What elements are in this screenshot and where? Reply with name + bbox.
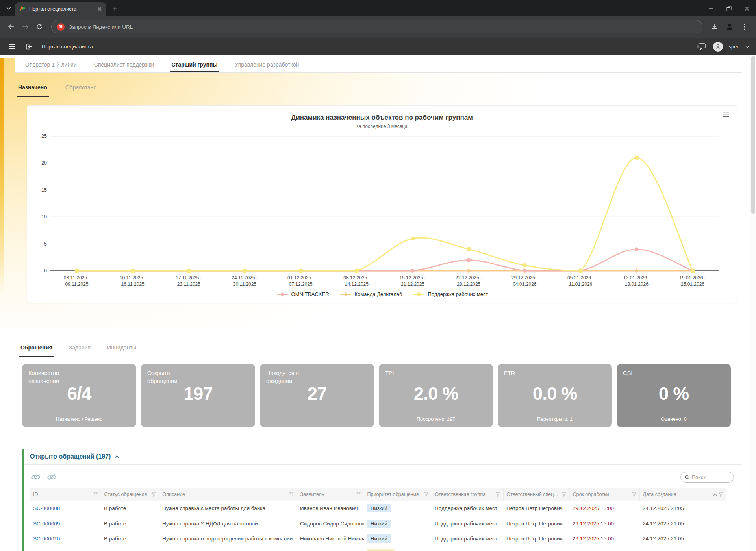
svg-text:5: 5	[44, 241, 47, 247]
main-tab-1[interactable]: Специалист поддержки	[93, 58, 156, 72]
group-cell: Поддержка рабочих мест	[432, 501, 503, 516]
tab-close-icon[interactable]	[96, 6, 103, 13]
search-input[interactable]: Поиск	[680, 472, 734, 483]
filter-funnel-icon[interactable]	[632, 492, 636, 497]
site-favicon	[20, 6, 26, 13]
legend-item-2[interactable]: Поддержка рабочих мест	[412, 291, 488, 297]
table-row[interactable]: SC-000009В работеНужна справка 2-НДФЛ дл…	[30, 516, 726, 531]
tab-title: Портал специалиста	[29, 6, 93, 12]
collapse-panel-icon[interactable]	[23, 41, 35, 53]
main-tab-3[interactable]: Управление разработкой	[233, 58, 300, 72]
hide-columns-eye-off-icon[interactable]	[47, 474, 57, 481]
page-content: Оператор 1-й линииСпециалист поддержкиСт…	[0, 55, 756, 551]
window-restore-button[interactable]	[720, 2, 738, 16]
main-tab-0[interactable]: Оператор 1-й линии	[24, 58, 78, 72]
hamburger-menu-icon[interactable]	[6, 41, 18, 53]
table-toolbar: Поиск	[24, 465, 742, 488]
tab-list-chevron-icon[interactable]	[3, 3, 14, 14]
filter-funnel-icon[interactable]	[93, 492, 98, 497]
sub-tab-0[interactable]: Назначено	[17, 79, 49, 97]
deadline-cell: 29.12.2025 15:00	[569, 501, 639, 516]
back-button[interactable]	[5, 20, 17, 33]
chat-icon[interactable]	[695, 41, 707, 53]
svg-text:30.11.2025: 30.11.2025	[233, 281, 256, 287]
priority-cell: Низкий	[364, 531, 432, 546]
column-header-3[interactable]: Заявитель	[297, 488, 364, 501]
filter-funnel-icon[interactable]	[719, 492, 723, 497]
address-bar[interactable]: Я Запрос в Яндекс или URL	[51, 20, 702, 33]
svg-text:05.01.2026 -: 05.01.2026 -	[567, 275, 594, 281]
svg-text:07.12.2025: 07.12.2025	[289, 281, 313, 287]
created-cell: 24.12.2025 21:05	[639, 531, 726, 546]
kpi-card-2: Находятся в ожидании27	[260, 364, 374, 427]
reload-button[interactable]	[33, 20, 46, 33]
filter-funnel-icon[interactable]	[152, 492, 156, 497]
svg-text:16.11.2025: 16.11.2025	[121, 281, 145, 287]
collapse-chevron-up-icon[interactable]	[114, 455, 119, 459]
scrollbar-thumb[interactable]	[751, 56, 755, 214]
column-header-7[interactable]: Срок обработки	[569, 488, 639, 501]
table-row[interactable]: SC-000008В работеНужна справка с места р…	[30, 501, 726, 516]
show-columns-eye-icon[interactable]	[31, 474, 41, 481]
window-minimize-button[interactable]	[702, 2, 720, 16]
column-header-2[interactable]: Описание	[159, 488, 297, 501]
forward-button[interactable]	[19, 20, 32, 33]
browser-tab[interactable]: Портал специалиста	[15, 2, 106, 16]
table-row[interactable]: SC-000011НазначеноХочу отказаться от вто…	[30, 546, 726, 551]
browser-profile-icon[interactable]	[723, 20, 736, 33]
legend-label: Поддержка рабочих мест	[428, 291, 488, 297]
search-placeholder: Поиск	[692, 475, 706, 480]
lower-tab-1[interactable]: Задания	[67, 339, 92, 357]
filter-funnel-icon[interactable]	[562, 492, 566, 497]
chart-subtitle: за последние 3 месяца	[34, 124, 730, 129]
sort-ascending-icon[interactable]	[713, 493, 717, 496]
username-label: spec	[729, 44, 739, 50]
user-menu-chevron-icon[interactable]	[745, 45, 750, 48]
column-header-0[interactable]: ID	[30, 488, 101, 501]
app-title: Портал специалиста	[42, 44, 93, 50]
column-header-5[interactable]: Ответственная группа	[432, 488, 503, 501]
deadline-cell: 26.12.2025 18:00	[569, 546, 639, 551]
table-row[interactable]: SC-000010В работеНужна справка о подтвер…	[30, 531, 726, 546]
objects-section: ОбращенияЗаданияИнциденты Количество наз…	[0, 339, 756, 551]
priority-badge: Низкий	[367, 534, 391, 543]
window-close-button[interactable]	[738, 2, 756, 16]
column-header-6[interactable]: Ответственный спец...	[503, 488, 569, 501]
requester-cell: Иванов Иван Иванович	[297, 501, 364, 516]
request-id-link[interactable]: SC-000011	[30, 546, 101, 551]
specialist-cell: Петров Петр Петрович	[503, 531, 569, 546]
sub-tab-1[interactable]: Обработано	[64, 79, 98, 97]
browser-menu-kebab-icon[interactable]	[738, 20, 751, 33]
filter-funnel-icon[interactable]	[496, 492, 500, 497]
new-tab-button[interactable]	[109, 3, 120, 15]
svg-text:10: 10	[41, 214, 47, 220]
lower-tab-0[interactable]: Обращения	[19, 339, 54, 357]
lower-tab-2[interactable]: Инциденты	[106, 339, 138, 357]
priority-cell: Низкий	[364, 516, 432, 531]
downloads-icon[interactable]	[708, 20, 721, 33]
legend-item-1[interactable]: Команда Дельталаб	[339, 291, 402, 297]
filter-funnel-icon[interactable]	[356, 492, 361, 497]
legend-item-0[interactable]: OMNITRACKER	[276, 291, 329, 297]
column-header-1[interactable]: Статус обращения	[101, 488, 159, 501]
chart-legend: OMNITRACKERКоманда ДельталабПоддержка ра…	[34, 290, 730, 298]
legend-marker-icon	[412, 292, 425, 297]
column-header-4[interactable]: Приоритет обращения	[364, 488, 432, 501]
filter-funnel-icon[interactable]	[424, 492, 428, 497]
request-id-link[interactable]: SC-000010	[30, 531, 101, 546]
section-header[interactable]: Открыто обращений (197)	[24, 449, 742, 465]
request-id-link[interactable]: SC-000009	[30, 516, 101, 531]
column-header-8[interactable]: Дата создания	[639, 488, 726, 501]
deadline-cell: 29.12.2025 15:00	[569, 531, 639, 546]
chart-context-menu-icon[interactable]	[723, 112, 730, 118]
request-id-link[interactable]: SC-000008	[30, 501, 101, 516]
line-chart: 051015202503.11.2025 -09.11.202510.11.20…	[34, 132, 723, 288]
svg-text:11.01.2026: 11.01.2026	[569, 281, 592, 287]
svg-text:0: 0	[44, 268, 47, 274]
page-scrollbar[interactable]	[750, 55, 756, 551]
user-avatar[interactable]	[713, 42, 723, 52]
priority-cell: Средний	[364, 546, 432, 551]
created-cell: 24.12.2025 21:05	[639, 516, 726, 531]
filter-funnel-icon[interactable]	[289, 492, 294, 497]
main-tab-2[interactable]: Старший группы	[170, 58, 219, 72]
